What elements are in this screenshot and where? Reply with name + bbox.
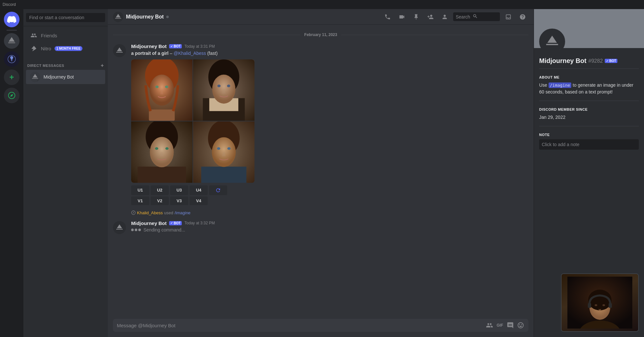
secondary-msg-content: Khalid_Abess used /imagine: [131, 210, 191, 217]
v2-button[interactable]: V2: [151, 196, 169, 205]
messages-area[interactable]: February 11, 2023 Midjourney Bot: [108, 25, 534, 319]
slash-command: /imagine: [175, 210, 191, 215]
message-input-bar: GIF: [108, 319, 534, 337]
profile-divider-3: [539, 126, 639, 126]
add-dm-button[interactable]: +: [101, 63, 104, 69]
midjourney-bot-avatar: [30, 72, 40, 82]
dot-2: [135, 229, 137, 231]
image-grid: [131, 59, 254, 183]
friends-nav-item[interactable]: Friends: [26, 29, 105, 42]
call-button[interactable]: [382, 11, 393, 23]
message-content-1: Midjourney Bot ✓ BOT Today at 3:31 PM a …: [131, 44, 528, 206]
v3-button[interactable]: V3: [170, 196, 188, 205]
input-actions: GIF: [486, 321, 525, 329]
profile-body: Midjourney Bot #9282 ✓ BOT ABOUT ME Use …: [534, 48, 644, 155]
help-button[interactable]: [517, 11, 528, 23]
svg-point-13: [212, 74, 236, 104]
video-button[interactable]: [396, 11, 408, 23]
note-title: NOTE: [539, 133, 639, 137]
search-icon: [473, 14, 478, 20]
add-member-button[interactable]: [425, 11, 436, 23]
u4-button[interactable]: U4: [190, 185, 208, 195]
portrait-image-2[interactable]: [193, 59, 254, 121]
u3-button[interactable]: U3: [170, 185, 188, 195]
portrait-image-4[interactable]: [193, 121, 254, 183]
sailboat-avatar-icon: [31, 73, 39, 81]
member-since-section: DISCORD MEMBER SINCE Jan 29, 2022: [539, 107, 639, 121]
profile-sailboat-icon: [545, 34, 559, 49]
msg-bold-text: a portrait of a girl: [131, 51, 168, 56]
upscale-buttons: U1 U2 U3 U4: [131, 185, 528, 195]
profile-avatar-large: [539, 29, 565, 55]
svg-rect-23: [201, 167, 246, 183]
people-icon[interactable]: [486, 321, 493, 329]
refresh-icon: [215, 187, 221, 193]
server-icon-2[interactable]: [4, 51, 19, 67]
about-me-before: Use: [539, 82, 549, 88]
pin-button[interactable]: [410, 11, 422, 23]
server-rail-divider: [6, 30, 17, 31]
msg-text-1: a portrait of a girl – @Khalid_Abess (fa…: [131, 50, 528, 57]
sticker-button[interactable]: [506, 321, 514, 329]
slash-icon: [131, 210, 136, 215]
refresh-button[interactable]: [209, 185, 227, 195]
u2-button[interactable]: U2: [151, 185, 169, 195]
emoji-button[interactable]: [517, 321, 525, 329]
header-search[interactable]: Search: [453, 12, 500, 21]
nitro-icon: [30, 44, 38, 52]
discord-icon: [7, 15, 16, 24]
note-section: NOTE Click to add a note: [539, 133, 639, 150]
bot-avatar-1: [113, 44, 126, 57]
msg-author-3: Midjourney Bot: [131, 220, 167, 226]
add-server-button[interactable]: +: [4, 69, 19, 85]
checkmark-icon-profile: ✓: [606, 59, 609, 63]
add-user-icon: [427, 14, 434, 20]
bot-badge-1: ✓ BOT: [169, 44, 182, 48]
svg-point-1: [11, 60, 12, 61]
gif-button[interactable]: GIF: [496, 321, 504, 329]
about-me-section: ABOUT ME Use /imagine to generate an ima…: [539, 75, 639, 95]
svg-point-15: [227, 84, 230, 87]
portrait-svg-3: [131, 121, 192, 183]
explore-servers-button[interactable]: [4, 88, 19, 103]
portrait-image-3[interactable]: [131, 121, 192, 183]
titlebar-title: Discord: [3, 2, 16, 7]
message-group-1: Midjourney Bot ✓ BOT Today at 3:31 PM a …: [108, 42, 534, 208]
bot-avatar-2: [113, 221, 126, 234]
v4-button[interactable]: V4: [190, 196, 208, 205]
server-rail: +: [0, 9, 23, 337]
search-input[interactable]: [26, 13, 105, 22]
note-input[interactable]: Click to add a note: [539, 139, 639, 150]
nitro-nav-item[interactable]: Nitro 1 MONTH FREE: [26, 42, 105, 55]
nitro-badge: 1 MONTH FREE: [55, 46, 82, 51]
header-actions: Search: [382, 11, 528, 23]
inbox-button[interactable]: [502, 11, 514, 23]
profile-button[interactable]: [439, 11, 451, 23]
video-content: [562, 274, 638, 331]
v1-button[interactable]: V1: [131, 196, 149, 205]
channel-name: Midjourney Bot: [126, 14, 164, 20]
main-content: Midjourney Bot: [108, 9, 534, 337]
msg-header-1: Midjourney Bot ✓ BOT Today at 3:31 PM: [131, 44, 528, 49]
about-me-text: Use /imagine to generate an image in und…: [539, 82, 639, 95]
svg-point-6: [155, 85, 159, 88]
checkmark-icon: ✓: [170, 45, 173, 48]
message-input[interactable]: [117, 323, 483, 328]
msg-timestamp-3: Today at 3:32 PM: [184, 221, 215, 225]
date-divider: February 11, 2023: [108, 30, 534, 40]
video-overlay: [561, 273, 639, 332]
dm-midjourney-bot[interactable]: Midjourney Bot: [26, 70, 105, 84]
ai-icon: [7, 55, 16, 64]
channel-info: Midjourney Bot: [113, 12, 378, 22]
u1-button[interactable]: U1: [131, 185, 149, 195]
svg-rect-17: [138, 167, 186, 183]
channel-header: Midjourney Bot: [108, 9, 534, 25]
msg-mention: @Khalid_Abess: [174, 51, 206, 56]
about-me-title: ABOUT ME: [539, 75, 639, 79]
discord-home-button[interactable]: [4, 12, 19, 27]
server-icon-1[interactable]: [4, 33, 19, 49]
portrait-image-1[interactable]: [131, 59, 192, 121]
bot-avatar-icon-2: [116, 224, 123, 231]
sailboat-icon-1: [7, 36, 16, 45]
bot-avatar-icon: [116, 47, 123, 55]
